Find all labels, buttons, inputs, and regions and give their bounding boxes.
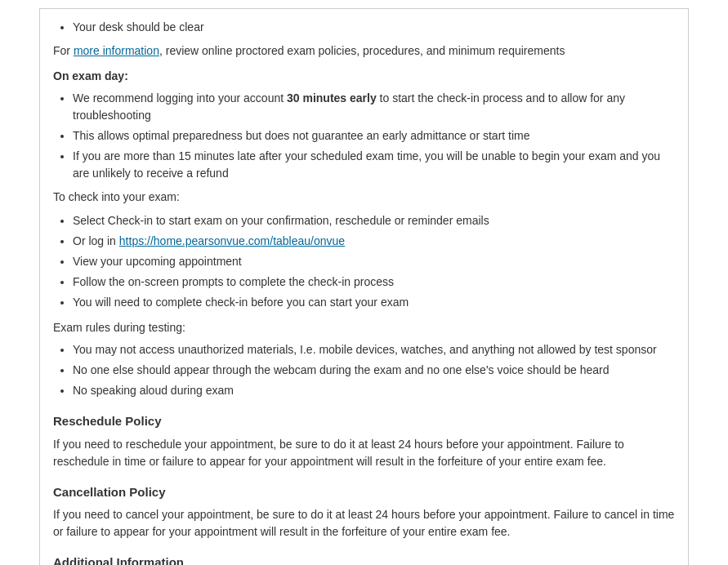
pearsonvue-link[interactable]: https://home.pearsonvue.com/tableau/onvu… — [119, 234, 345, 247]
list-item: Or log in https://home.pearsonvue.com/ta… — [73, 233, 675, 250]
list-item: Select Check-in to start exam on your co… — [73, 212, 675, 229]
list-item: You will need to complete check-in befor… — [73, 294, 675, 311]
list-item: Follow the on-screen prompts to complete… — [73, 274, 675, 291]
for-suffix: , review online proctored exam policies,… — [159, 44, 565, 57]
exam-rules-heading: Exam rules during testing: — [53, 319, 675, 336]
list-item: You may not access unauthorized material… — [73, 341, 675, 358]
list-item: View your upcoming appointment — [73, 253, 675, 270]
reschedule-heading: Reschedule Policy — [53, 412, 675, 431]
list-item: We recommend logging into your account 3… — [73, 90, 675, 124]
list-item: This allows optimal preparedness but doe… — [73, 127, 675, 145]
check-in-list: Select Check-in to start exam on your co… — [73, 212, 675, 311]
list-item: No speaking aloud during exam — [73, 382, 675, 399]
cancellation-text: If you need to cancel your appointment, … — [53, 506, 675, 541]
for-prefix: For — [53, 44, 74, 57]
additional-heading: Additional Information — [53, 554, 675, 565]
exam-day-list: We recommend logging into your account 3… — [73, 90, 675, 182]
on-exam-day-heading: On exam day: — [53, 68, 675, 85]
more-information-link[interactable]: more information — [74, 44, 159, 57]
reschedule-text: If you need to reschedule your appointme… — [53, 436, 675, 470]
cancellation-heading: Cancellation Policy — [53, 483, 675, 502]
exam-rules-list: You may not access unauthorized material… — [73, 341, 675, 399]
more-info-line: For more information, review online proc… — [53, 42, 675, 60]
desk-bullet: Your desk should be clear — [73, 19, 675, 36]
check-in-intro: To check into your exam: — [53, 189, 675, 206]
list-item: No one else should appear through the we… — [73, 362, 675, 379]
list-item: If you are more than 15 minutes late aft… — [73, 148, 675, 182]
